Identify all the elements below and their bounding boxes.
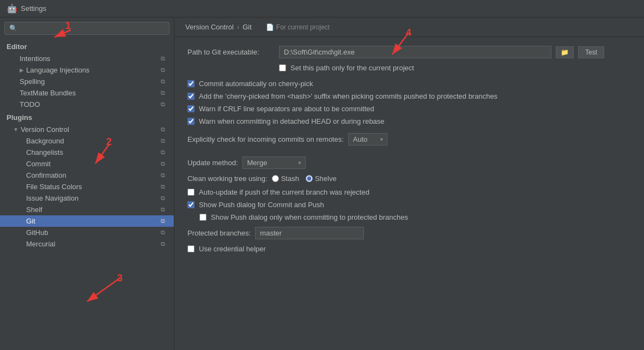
warn-detached-checkbox[interactable] bbox=[187, 118, 195, 125]
update-method-row: Update method: Merge Rebase Branch Defau… bbox=[187, 156, 631, 169]
breadcrumb-parent: Version Control bbox=[185, 23, 234, 31]
show-push-dialog-only-checkbox[interactable] bbox=[199, 214, 206, 221]
expand-arrow-language: ▶ bbox=[20, 67, 24, 73]
app-icon: 🤖 bbox=[7, 3, 17, 14]
protected-branches-input[interactable] bbox=[255, 227, 364, 239]
cb-row-2: Warn if CRLF line separators are about t… bbox=[187, 105, 631, 113]
sidebar-item-confirmation[interactable]: Confirmation ⧉ bbox=[0, 170, 174, 181]
sidebar-item-background[interactable]: Background ⧉ bbox=[0, 135, 174, 147]
set-path-only-row: Set this path only for the current proje… bbox=[187, 64, 631, 72]
copy-icon-commit: ⧉ bbox=[159, 160, 167, 167]
show-push-dialog-checkbox[interactable] bbox=[187, 201, 195, 208]
folder-button[interactable]: 📁 bbox=[556, 46, 574, 58]
project-icon: 📄 bbox=[266, 23, 274, 31]
search-box[interactable]: 🔍 bbox=[4, 22, 169, 35]
cb-row-0: Commit automatically on cherry-pick bbox=[187, 80, 631, 88]
commit-cherry-pick-label: Commit automatically on cherry-pick bbox=[199, 80, 313, 88]
copy-icon-todo: ⧉ bbox=[159, 101, 167, 108]
test-button[interactable]: Test bbox=[578, 46, 604, 58]
sidebar-item-intentions[interactable]: Intentions ⧉ bbox=[0, 53, 174, 64]
copy-icon-confirmation: ⧉ bbox=[159, 172, 167, 179]
copy-icon-mercurial: ⧉ bbox=[159, 240, 167, 248]
sidebar-item-file-status-colors[interactable]: File Status Colors ⧉ bbox=[0, 181, 174, 192]
plugins-section-label: Plugins bbox=[0, 110, 174, 124]
breadcrumb-separator: › bbox=[237, 23, 239, 31]
credential-helper-row: Use credential helper bbox=[187, 245, 631, 253]
copy-icon-spelling: ⧉ bbox=[159, 78, 167, 85]
expand-arrow-vc: ▼ bbox=[13, 126, 19, 132]
copy-icon-git: ⧉ bbox=[159, 218, 167, 225]
cherry-picked-suffix-checkbox[interactable] bbox=[187, 93, 195, 100]
search-input[interactable] bbox=[20, 25, 165, 32]
radio-shelve-row: Shelve bbox=[306, 174, 337, 183]
radio-stash[interactable] bbox=[272, 175, 279, 182]
title-bar-text: Settings bbox=[21, 4, 46, 13]
copy-icon-in: ⧉ bbox=[159, 195, 167, 202]
update-method-select-wrapper[interactable]: Merge Rebase Branch Default bbox=[242, 156, 306, 169]
auto-update-label: Auto-update if push of the current branc… bbox=[199, 188, 369, 196]
copy-icon-shelf: ⧉ bbox=[159, 206, 167, 213]
sidebar-item-changelists[interactable]: Changelists ⧉ bbox=[0, 147, 174, 158]
incoming-commits-label: Explicitly check for incoming commits on… bbox=[187, 135, 344, 143]
breadcrumb-current: Git bbox=[242, 23, 252, 31]
copy-icon-lang: ⧉ bbox=[159, 67, 167, 74]
radio-stash-row: Stash bbox=[272, 174, 299, 183]
content-body: Path to Git executable: 📁 Test Set this … bbox=[174, 37, 644, 266]
set-path-only-checkbox[interactable] bbox=[279, 64, 286, 71]
copy-icon-bg: ⧉ bbox=[159, 137, 167, 144]
copy-icon-intentions: ⧉ bbox=[159, 55, 167, 62]
sidebar-item-mercurial[interactable]: Mercurial ⧉ bbox=[0, 238, 174, 250]
breadcrumb: Version Control › Git 📄 For current proj… bbox=[174, 17, 644, 37]
copy-icon-vc: ⧉ bbox=[159, 126, 167, 133]
credential-helper-checkbox[interactable] bbox=[187, 245, 195, 252]
radio-shelve[interactable] bbox=[306, 175, 313, 182]
path-input[interactable] bbox=[279, 46, 551, 58]
cb-row-3: Warn when committing in detached HEAD or… bbox=[187, 117, 631, 125]
warn-detached-label: Warn when committing in detached HEAD or… bbox=[199, 117, 385, 125]
sidebar: 🔍 Editor Intentions ⧉ ▶ Language Injecti… bbox=[0, 17, 174, 350]
sidebar-item-language-injections[interactable]: ▶ Language Injections ⧉ bbox=[0, 64, 174, 76]
auto-update-row: Auto-update if push of the current branc… bbox=[187, 188, 631, 196]
sidebar-item-git[interactable]: Git ⧉ bbox=[0, 215, 174, 227]
copy-icon-fsc: ⧉ bbox=[159, 183, 167, 190]
protected-branches-label: Protected branches: bbox=[187, 229, 251, 237]
radio-stash-label: Stash bbox=[281, 174, 299, 183]
show-push-dialog-row: Show Push dialog for Commit and Push bbox=[187, 201, 631, 209]
show-push-dialog-only-row: Show Push dialog only when committing to… bbox=[187, 213, 631, 221]
incoming-commits-select[interactable]: Auto Always Never bbox=[348, 133, 387, 146]
cherry-picked-suffix-label: Add the 'cherry-picked from <hash>' suff… bbox=[199, 92, 497, 100]
copy-icon-textmate: ⧉ bbox=[159, 89, 167, 96]
incoming-commits-row: Explicitly check for incoming commits on… bbox=[187, 133, 631, 146]
project-label: For current project bbox=[276, 23, 330, 31]
commit-cherry-pick-checkbox[interactable] bbox=[187, 80, 195, 87]
sidebar-item-spelling[interactable]: Spelling ⧉ bbox=[0, 76, 174, 87]
copy-icon-github: ⧉ bbox=[159, 229, 167, 236]
auto-update-checkbox[interactable] bbox=[187, 189, 195, 196]
update-method-select[interactable]: Merge Rebase Branch Default bbox=[242, 156, 306, 169]
sidebar-item-textmate[interactable]: TextMate Bundles ⧉ bbox=[0, 87, 174, 99]
editor-section-label: Editor bbox=[0, 39, 174, 53]
sidebar-item-github[interactable]: GitHub ⧉ bbox=[0, 227, 174, 238]
show-push-dialog-label: Show Push dialog for Commit and Push bbox=[199, 201, 324, 209]
warn-crlf-checkbox[interactable] bbox=[187, 105, 195, 112]
clean-working-tree-label: Clean working tree using: bbox=[187, 174, 268, 183]
copy-icon-changelists: ⧉ bbox=[159, 149, 167, 156]
set-path-only-label: Set this path only for the current proje… bbox=[290, 64, 414, 72]
incoming-commits-select-wrapper[interactable]: Auto Always Never bbox=[348, 133, 387, 146]
sidebar-item-version-control[interactable]: ▼ Version Control ⧉ bbox=[0, 124, 174, 135]
warn-crlf-label: Warn if CRLF line separators are about t… bbox=[199, 105, 374, 113]
radio-shelve-label: Shelve bbox=[315, 174, 337, 183]
path-label: Path to Git executable: bbox=[187, 48, 275, 56]
protected-branches-row: Protected branches: bbox=[187, 227, 631, 239]
credential-helper-label: Use credential helper bbox=[199, 245, 266, 253]
update-method-label: Update method: bbox=[187, 159, 238, 167]
title-bar: 🤖 Settings bbox=[0, 0, 644, 17]
sidebar-item-issue-navigation[interactable]: Issue Navigation ⧉ bbox=[0, 192, 174, 204]
sidebar-item-todo[interactable]: TODO ⧉ bbox=[0, 99, 174, 110]
cb-row-1: Add the 'cherry-picked from <hash>' suff… bbox=[187, 92, 631, 100]
path-row: Path to Git executable: 📁 Test bbox=[187, 46, 631, 58]
sidebar-item-shelf[interactable]: Shelf ⧉ bbox=[0, 204, 174, 215]
content-panel: Version Control › Git 📄 For current proj… bbox=[174, 17, 644, 350]
sidebar-item-commit[interactable]: Commit ⧉ bbox=[0, 158, 174, 170]
show-push-dialog-only-label: Show Push dialog only when committing to… bbox=[211, 213, 408, 221]
